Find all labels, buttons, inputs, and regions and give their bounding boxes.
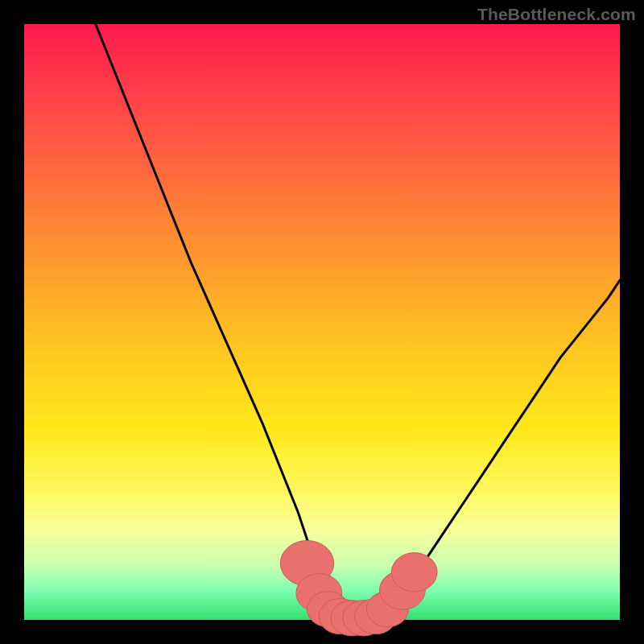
plot-area [24, 24, 620, 620]
chart-svg [24, 24, 620, 620]
curve-path [96, 24, 620, 620]
attribution-label: TheBottleneck.com [477, 5, 636, 24]
curve-marker [391, 553, 437, 592]
marker-group [280, 541, 437, 636]
chart-frame: TheBottleneck.com [0, 0, 644, 644]
